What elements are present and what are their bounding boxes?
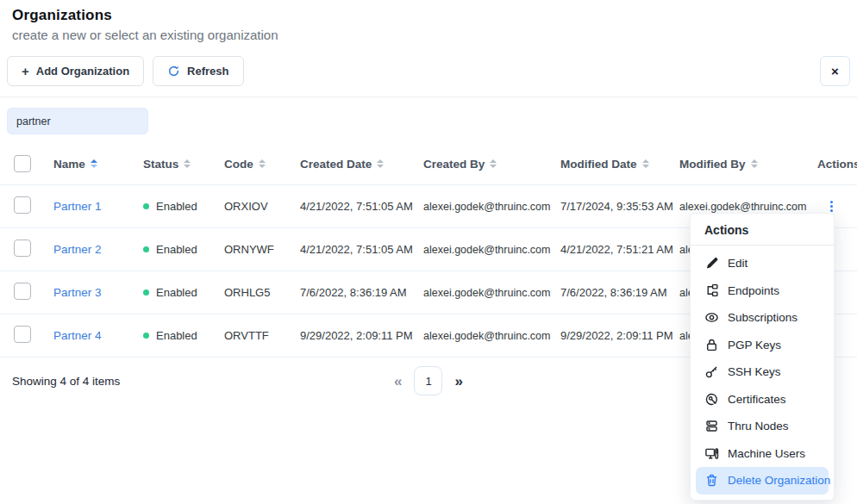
column-header-actions: Actions	[805, 158, 857, 171]
key-icon	[704, 364, 719, 379]
created-date-cell: 4/21/2022, 7:51:05 AM	[288, 243, 411, 256]
select-all-checkbox[interactable]	[14, 155, 31, 172]
column-header-created-date[interactable]: Created Date	[288, 158, 411, 171]
row-checkbox[interactable]	[14, 283, 31, 300]
actions-dropdown-menu: Actions Edit Endpoints Subscriptions	[690, 213, 835, 501]
menu-item-subscriptions[interactable]: Subscriptions	[691, 304, 834, 332]
organization-link[interactable]: Partner 4	[53, 329, 102, 342]
status-badge: Enabled	[131, 329, 212, 342]
column-header-modified-date[interactable]: Modified Date	[548, 158, 667, 171]
code-cell: ORVTTF	[212, 329, 288, 342]
status-badge: Enabled	[131, 243, 212, 256]
column-header-status[interactable]: Status	[131, 158, 212, 171]
sort-icon	[642, 159, 649, 168]
certificate-icon	[704, 392, 719, 407]
modified-date-cell: 4/21/2022, 7:51:21 AM	[548, 243, 667, 256]
add-organization-label: Add Organization	[36, 65, 129, 78]
add-organization-button[interactable]: + Add Organization	[7, 56, 144, 86]
menu-divider	[691, 245, 834, 246]
toolbar: + Add Organization Refresh ×	[7, 56, 850, 86]
menu-item-certificates[interactable]: Certificates	[691, 386, 834, 414]
menu-item-machine-users[interactable]: Machine Users	[691, 440, 834, 468]
sort-icon	[377, 159, 384, 168]
created-date-cell: 7/6/2022, 8:36:19 AM	[288, 286, 411, 299]
column-header-name[interactable]: Name	[41, 158, 131, 171]
page-subtitle: create a new or select an existing organ…	[12, 28, 845, 42]
menu-item-endpoints[interactable]: Endpoints	[691, 277, 834, 305]
items-summary: Showing 4 of 4 items	[12, 375, 120, 388]
machine-users-icon	[704, 446, 719, 461]
search-input[interactable]	[7, 108, 148, 134]
organization-link[interactable]: Partner 1	[53, 200, 102, 213]
sort-icon	[490, 159, 497, 168]
organization-link[interactable]: Partner 3	[53, 286, 102, 299]
close-button[interactable]: ×	[820, 56, 850, 86]
code-cell: ORHLG5	[212, 286, 288, 299]
code-cell: ORNYWF	[212, 243, 288, 256]
select-all-cell	[0, 155, 41, 172]
menu-item-ssh-keys[interactable]: SSH Keys	[691, 358, 834, 386]
endpoints-icon	[704, 283, 719, 298]
status-dot-icon	[143, 289, 149, 296]
created-by-cell: alexei.godek@thruinc.com	[411, 330, 548, 342]
created-date-cell: 9/29/2022, 2:09:11 PM	[288, 329, 411, 342]
page-number-button[interactable]: 1	[415, 366, 443, 395]
created-by-cell: alexei.godek@thruinc.com	[411, 287, 548, 299]
previous-page-button[interactable]: «	[394, 374, 402, 389]
pencil-icon	[704, 256, 719, 271]
created-by-cell: alexei.godek@thruinc.com	[411, 244, 548, 256]
refresh-label: Refresh	[187, 65, 228, 78]
status-dot-icon	[143, 333, 149, 339]
refresh-button[interactable]: Refresh	[153, 56, 243, 86]
trash-icon	[704, 473, 719, 488]
modified-date-cell: 7/6/2022, 8:36:19 AM	[548, 286, 667, 299]
menu-item-delete-organization[interactable]: Delete Organization	[696, 467, 829, 495]
server-icon	[704, 419, 719, 433]
menu-item-edit[interactable]: Edit	[691, 250, 834, 277]
menu-item-thru-nodes[interactable]: Thru Nodes	[691, 413, 834, 440]
close-icon: ×	[831, 64, 839, 78]
code-cell: ORXIOV	[212, 200, 288, 213]
column-header-code[interactable]: Code	[212, 158, 288, 171]
modified-date-cell: 9/29/2022, 2:09:11 PM	[548, 329, 667, 342]
row-checkbox[interactable]	[14, 240, 31, 257]
search-area	[7, 108, 850, 134]
refresh-icon	[167, 65, 180, 78]
eye-icon	[704, 310, 719, 325]
table-header-row: Name Status Code Created Date Created By…	[0, 143, 857, 184]
modified-date-cell: 7/17/2024, 9:35:53 AM	[548, 200, 667, 213]
pager: « 1 »	[394, 366, 463, 395]
status-badge: Enabled	[131, 286, 212, 299]
column-header-modified-by[interactable]: Modified By	[667, 158, 805, 171]
page-header: Organizations create a new or select an …	[0, 0, 857, 42]
sort-icon	[259, 159, 266, 168]
created-by-cell: alexei.godek@thruinc.com	[411, 201, 548, 213]
menu-item-pgp-keys[interactable]: PGP Keys	[691, 332, 834, 359]
status-badge: Enabled	[131, 200, 212, 213]
organization-link[interactable]: Partner 2	[53, 243, 102, 256]
row-checkbox[interactable]	[14, 196, 31, 214]
sort-icon	[751, 159, 758, 168]
plus-icon: +	[22, 65, 29, 78]
created-date-cell: 4/21/2022, 7:51:05 AM	[288, 200, 411, 213]
row-checkbox[interactable]	[14, 326, 31, 343]
column-header-created-by[interactable]: Created By	[411, 158, 548, 171]
status-dot-icon	[143, 203, 149, 209]
lock-icon	[704, 338, 719, 352]
sort-icon	[91, 159, 97, 168]
page-title: Organizations	[12, 7, 845, 24]
sort-icon	[184, 159, 191, 168]
modified-by-cell: alexei.godek@thruinc.com	[667, 201, 805, 213]
next-page-button[interactable]: »	[455, 374, 463, 389]
status-dot-icon	[143, 246, 149, 252]
toolbar-divider	[0, 96, 857, 97]
actions-menu-header: Actions	[691, 214, 834, 245]
